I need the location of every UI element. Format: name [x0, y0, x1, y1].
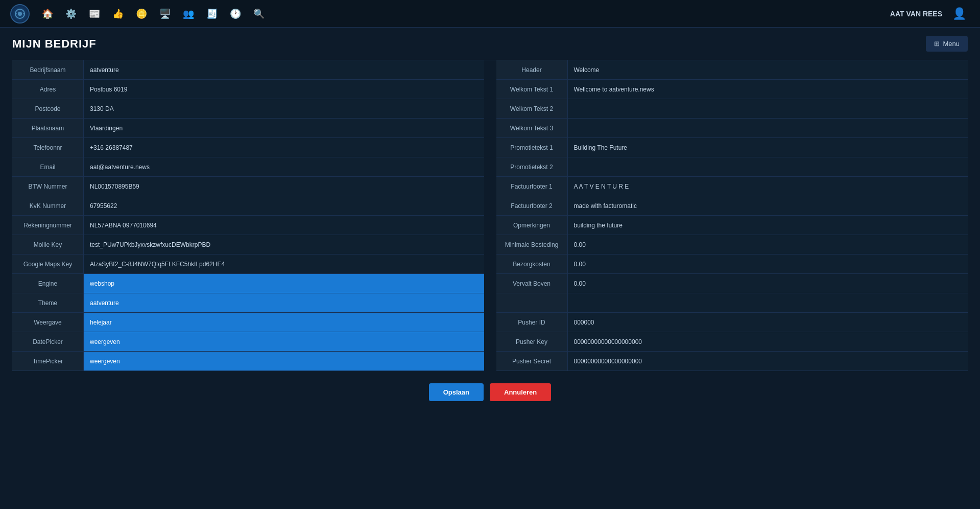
form-row: Enginewebshop [12, 274, 484, 293]
form-row: Emailaat@aatventure.news [12, 157, 484, 177]
form-row: Factuurfooter 1A A T V E N T U R E [496, 177, 968, 196]
shop-icon-btn[interactable]: 👍 [107, 3, 129, 25]
field-value[interactable]: helejaar [84, 313, 484, 332]
form-row: Promotietekst 2 [496, 157, 968, 177]
logo[interactable] [10, 4, 30, 24]
monitor-icon-btn[interactable]: 🖥️ [154, 3, 176, 25]
wallet-icon-btn[interactable]: 🪙 [131, 3, 152, 25]
form-row: Themeaatventure [12, 293, 484, 313]
field-value [568, 99, 968, 118]
form-row: PlaatsnaamVlaardingen [12, 119, 484, 138]
field-value: 00000000000000000000 [568, 332, 968, 351]
field-label: Welkom Tekst 1 [496, 80, 568, 99]
field-label: Google Maps Key [12, 254, 84, 273]
users-icon-btn[interactable]: 👥 [178, 3, 199, 25]
form-row: Google Maps KeyAlzaSyBf2_C-8J4NW7Qtq5FLK… [12, 254, 484, 274]
field-value: Wellcome to aatventure.news [568, 80, 968, 99]
save-button[interactable]: Opslaan [429, 383, 484, 401]
field-value[interactable]: aatventure [84, 293, 484, 312]
field-value: +316 26387487 [84, 138, 484, 157]
cancel-button[interactable]: Annuleren [490, 383, 551, 401]
field-label: Mollie Key [12, 235, 84, 254]
form-row: Pusher Secret00000000000000000000 [496, 352, 968, 371]
form-row: TimePickerweergeven [12, 352, 484, 371]
main-content: BedrijfsnaamaatventureAdresPostbus 6019P… [0, 60, 980, 413]
field-value [568, 119, 968, 137]
user-avatar-btn[interactable]: 👤 [948, 3, 970, 25]
field-value [568, 157, 968, 176]
field-label: Weergave [12, 313, 84, 332]
field-value: 000000 [568, 313, 968, 332]
field-value[interactable]: weergeven [84, 332, 484, 351]
form-row: RekeningnummerNL57ABNA 0977010694 [12, 216, 484, 235]
button-row: Opslaan Annuleren [12, 383, 968, 401]
page-title: MIJN BEDRIJF [12, 37, 97, 51]
field-value: aat@aatventure.news [84, 157, 484, 176]
field-value[interactable]: weergeven [84, 352, 484, 371]
form-row: KvK Nummer67955622 [12, 196, 484, 216]
field-label: Opmerkingen [496, 216, 568, 235]
field-value: NL001570895B59 [84, 177, 484, 196]
field-label: Postcode [12, 99, 84, 118]
field-value: made with facturomatic [568, 196, 968, 215]
field-value: aatventure [84, 60, 484, 79]
receipt-icon-btn[interactable]: 🧾 [201, 3, 223, 25]
field-label [496, 293, 568, 312]
field-label: Pusher Key [496, 332, 568, 351]
form-row: Weergavehelejaar [12, 313, 484, 332]
form-row: Pusher ID000000 [496, 313, 968, 332]
field-label: Theme [12, 293, 84, 312]
field-label: Email [12, 157, 84, 176]
field-value: A A T V E N T U R E [568, 177, 968, 196]
form-row: Pusher Key00000000000000000000 [496, 332, 968, 352]
settings-icon-btn[interactable]: ⚙️ [60, 3, 82, 25]
field-label: TimePicker [12, 352, 84, 371]
form-row: Opmerkingenbuilding the future [496, 216, 968, 235]
home-icon-btn[interactable]: 🏠 [37, 3, 58, 25]
field-value: 0.00 [568, 274, 968, 293]
field-label: Pusher Secret [496, 352, 568, 371]
field-label: Header [496, 60, 568, 79]
form-row: Factuurfooter 2made with facturomatic [496, 196, 968, 216]
field-value: 3130 DA [84, 99, 484, 118]
form-row: Bedrijfsnaamaatventure [12, 60, 484, 80]
user-name: AAT VAN REES [890, 10, 942, 18]
field-value: building the future [568, 216, 968, 235]
menu-button[interactable]: ⊞ Menu [926, 36, 968, 52]
field-label: Minimale Besteding [496, 235, 568, 254]
field-label: KvK Nummer [12, 196, 84, 215]
form-row: HeaderWelcome [496, 60, 968, 80]
field-value: Welcome [568, 60, 968, 79]
nav-right: AAT VAN REES 👤 [890, 3, 970, 25]
form-row: Bezorgkosten0.00 [496, 254, 968, 274]
nav-left: 🏠 ⚙️ 📰 👍 🪙 🖥️ 👥 🧾 🕐 🔍 [10, 3, 270, 25]
field-value: 0.00 [568, 235, 968, 254]
form-row: Welkom Tekst 2 [496, 99, 968, 119]
form-row: Promotietekst 1Building The Future [496, 138, 968, 157]
newspaper-icon-btn[interactable]: 📰 [84, 3, 105, 25]
field-value: test_PUw7UPkbJyxvskzwfxucDEWbkrpPBD [84, 235, 484, 254]
form-row [496, 293, 968, 313]
field-label: Bezorgkosten [496, 254, 568, 273]
field-label: Rekeningnummer [12, 216, 84, 235]
field-label: Vervalt Boven [496, 274, 568, 293]
field-value: 67955622 [84, 196, 484, 215]
menu-label: Menu [943, 40, 960, 48]
field-value[interactable]: webshop [84, 274, 484, 293]
field-value [568, 293, 968, 312]
clock-icon-btn[interactable]: 🕐 [225, 3, 246, 25]
form-row: BTW NummerNL001570895B59 [12, 177, 484, 196]
form-row: AdresPostbus 6019 [12, 80, 484, 99]
field-value: Vlaardingen [84, 119, 484, 137]
field-label: Bedrijfsnaam [12, 60, 84, 79]
field-value: AlzaSyBf2_C-8J4NW7Qtq5FLKFC5hkILpd62HE4 [84, 254, 484, 273]
field-label: Promotietekst 2 [496, 157, 568, 176]
field-label: Welkom Tekst 3 [496, 119, 568, 137]
form-row: DatePickerweergeven [12, 332, 484, 352]
search-icon-btn[interactable]: 🔍 [248, 3, 270, 25]
form-row: Welkom Tekst 1Wellcome to aatventure.new… [496, 80, 968, 99]
field-value: 00000000000000000000 [568, 352, 968, 371]
field-value: NL57ABNA 0977010694 [84, 216, 484, 235]
menu-grid-icon: ⊞ [934, 40, 940, 48]
field-value: Postbus 6019 [84, 80, 484, 99]
